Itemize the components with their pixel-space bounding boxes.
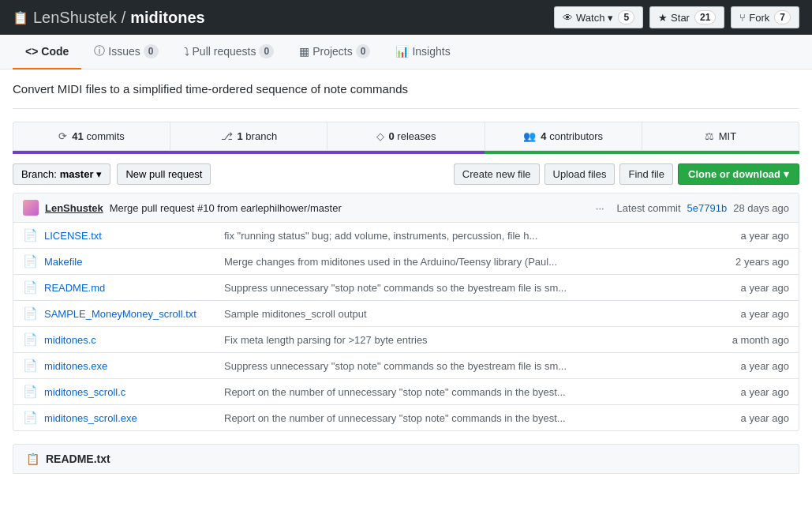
table-row: 📄 Makefile Merge changes from miditones … [13,249,799,275]
code-icon: <> [25,45,38,58]
insights-icon: 📊 [395,45,409,58]
file-name-link[interactable]: SAMPLE_MoneyMoney_scroll.txt [44,308,218,320]
star-label: Star [671,12,690,24]
header-actions: 👁 Watch ▾ 5 ★ Star 21 ⑂ Fork 7 [554,6,799,28]
file-commit-message: Suppress unnecessary "stop note" command… [224,360,735,372]
issues-count: 0 [144,44,159,58]
license-link[interactable]: MIT [719,130,736,142]
projects-icon: ▦ [299,45,309,58]
releases-link[interactable]: 0 releases [389,130,436,142]
commits-stat: ⟳ 41 commits [13,122,170,150]
issues-icon: ⓘ [94,44,105,58]
file-modified-time: a year ago [741,282,789,294]
contributors-icon: 👥 [523,130,536,142]
readme-section-header: 📋 README.txt [13,444,799,474]
star-button[interactable]: ★ Star 21 [649,6,724,28]
fork-button[interactable]: ⑂ Fork 7 [731,6,799,28]
file-list: LenShustek Merge pull request #10 from e… [13,193,799,431]
tab-code[interactable]: <> Code [13,35,81,69]
contributors-count: 4 [541,130,546,142]
toolbar: Branch: master ▾ New pull request Create… [13,163,799,185]
tab-pull-requests[interactable]: ⤵ Pull requests 0 [171,35,287,69]
eye-icon: 👁 [563,12,573,24]
releases-icon: ◇ [376,130,384,142]
toolbar-left: Branch: master ▾ New pull request [13,163,211,185]
file-icon: 📄 [23,254,38,269]
toolbar-right: Create new file Upload files Find file C… [454,163,799,185]
tab-insights[interactable]: 📊 Insights [383,35,462,69]
branches-label: branch [245,130,277,142]
file-modified-time: a year ago [741,308,789,320]
file-name-link[interactable]: miditones.exe [44,360,218,372]
upload-files-button[interactable]: Upload files [544,163,616,185]
header-bar: 📋 LenShustek / miditones 👁 Watch ▾ 5 ★ S… [0,0,812,35]
table-row: 📄 miditones.c Fix meta length parsing fo… [13,327,799,353]
fork-label: Fork [749,12,769,24]
find-file-button[interactable]: Find file [619,163,673,185]
pr-icon: ⤵ [184,45,189,58]
file-commit-message: Merge changes from miditones used in the… [224,256,729,268]
commit-message-link[interactable]: Merge pull request #10 from earlephilhow… [110,202,342,214]
stats-bar: ⟳ 41 commits ⎇ 1 branch ◇ 0 releases 👥 4 [13,122,799,151]
commit-dots[interactable]: ··· [596,202,604,214]
file-name-link[interactable]: README.md [44,282,218,294]
file-icon: 📄 [23,280,38,295]
language-bar [13,151,799,154]
license-icon: ⚖ [705,130,714,142]
projects-count: 0 [356,44,371,58]
tab-pr-label: Pull requests [193,45,256,58]
file-icon: 📄 [23,411,38,425]
file-name-link[interactable]: Makefile [44,256,218,268]
file-name-link[interactable]: miditones_scroll.c [44,386,218,398]
file-icon: 📄 [23,385,38,399]
fork-icon: ⑂ [739,12,746,24]
latest-commit-row: LenShustek Merge pull request #10 from e… [13,193,799,223]
commit-message: Merge pull request #10 from earlephilhow… [110,202,589,214]
new-pull-request-button[interactable]: New pull request [117,163,211,185]
tab-issues[interactable]: ⓘ Issues 0 [81,35,170,69]
file-commit-message: Report on the number of unnecessary "sto… [224,412,735,424]
branch-name-label: master [60,168,94,180]
star-count: 21 [694,10,716,24]
branches-count: 1 [238,130,243,142]
branch-selector[interactable]: Branch: master ▾ [13,163,110,185]
chevron-down-icon-clone: ▾ [784,168,789,180]
branches-stat: ⎇ 1 branch [170,122,327,150]
commit-author-link[interactable]: LenShustek [45,202,103,214]
releases-stat: ◇ 0 releases [327,122,485,150]
commits-link[interactable]: 41 commits [72,130,124,142]
watch-label: Watch [576,12,604,24]
contributors-link[interactable]: 4 contributors [541,130,603,142]
create-new-file-button[interactable]: Create new file [454,163,540,185]
branch-prefix-label: Branch: [21,168,57,180]
commit-hash-link[interactable]: 5e7791b [687,202,728,214]
branch-icon: ⎇ [221,130,233,142]
repo-owner-link[interactable]: LenShustek [33,9,117,27]
table-row: 📄 miditones_scroll.c Report on the numbe… [13,379,799,405]
commits-count: 41 [72,130,83,142]
tab-code-label: Code [41,45,69,58]
watch-button[interactable]: 👁 Watch ▾ 5 [554,6,643,28]
file-commit-message: fix "running status" bug; add volume, in… [224,230,735,242]
file-commit-message: Report on the number of unnecessary "sto… [224,386,735,398]
repo-name-link[interactable]: miditones [130,9,204,27]
watch-count: 5 [618,10,634,24]
book-icon: 📋 [13,10,28,25]
file-name-link[interactable]: miditones.c [44,334,218,346]
readme-filename: README.txt [46,453,110,465]
nav-tabs: <> Code ⓘ Issues 0 ⤵ Pull requests 0 ▦ P… [0,35,812,69]
table-row: 📄 LICENSE.txt fix "running status" bug; … [13,223,799,249]
file-icon: 📄 [23,359,38,373]
branches-link[interactable]: 1 branch [238,130,278,142]
clone-or-download-button[interactable]: Clone or download ▾ [678,163,799,185]
main-content: Convert MIDI files to a simplified time-… [0,69,812,486]
tab-projects[interactable]: ▦ Projects 0 [286,35,383,69]
file-name-link[interactable]: LICENSE.txt [44,230,218,242]
repo-separator: / [122,9,126,27]
repo-description: Convert MIDI files to a simplified time-… [13,82,799,109]
license-stat: ⚖ MIT [642,122,799,150]
latest-commit-label: Latest commit [617,202,681,214]
file-name-link[interactable]: miditones_scroll.exe [44,412,218,424]
releases-label: releases [397,130,436,142]
commit-author-avatar [23,200,39,216]
